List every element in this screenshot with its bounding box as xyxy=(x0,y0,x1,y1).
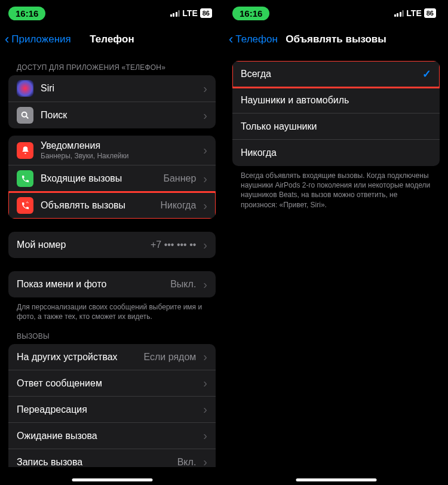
row-value: Вкл. xyxy=(177,457,197,467)
status-bar: 16:16 LTE 86 xyxy=(224,0,448,26)
chevron-right-icon: › xyxy=(203,143,207,157)
nav-header: ‹ Телефон Объявлять вызовы xyxy=(224,26,448,53)
home-indicator[interactable] xyxy=(296,478,376,481)
row-call-waiting[interactable]: Ожидание вызова › xyxy=(8,423,216,449)
row-call-recording[interactable]: Запись вызова Вкл. › xyxy=(8,449,216,467)
chevron-left-icon: ‹ xyxy=(5,32,9,47)
row-label: Siri xyxy=(41,83,196,94)
phone-incoming-icon xyxy=(17,170,33,187)
row-value: Никогда xyxy=(160,200,196,211)
chevron-right-icon: › xyxy=(203,376,207,390)
row-notifications[interactable]: Уведомления Баннеры, Звуки, Наклейки › xyxy=(8,136,216,165)
row-name-photo[interactable]: Показ имени и фото Выкл. › xyxy=(8,271,216,297)
svg-point-0 xyxy=(22,112,27,117)
chevron-right-icon: › xyxy=(203,350,207,364)
back-label: Приложения xyxy=(11,33,70,45)
section-header-calls: ВЫЗОВЫ xyxy=(8,321,216,344)
phone-right: 16:16 LTE 86 ‹ Телефон Объявлять вызовы … xyxy=(224,0,448,485)
network-label: LTE xyxy=(182,8,197,18)
back-button[interactable]: ‹ Телефон xyxy=(229,32,278,47)
row-label: На других устройствах xyxy=(17,352,137,363)
home-indicator[interactable] xyxy=(72,478,152,481)
row-label: Уведомления xyxy=(41,140,196,151)
row-value: +7 ••• ••• •• xyxy=(151,240,196,250)
search-icon xyxy=(17,107,33,124)
row-respond-text[interactable]: Ответ сообщением › xyxy=(8,370,216,397)
row-label: Ответ сообщением xyxy=(17,378,196,389)
chevron-left-icon: ‹ xyxy=(229,32,233,47)
row-my-number[interactable]: Мой номер +7 ••• ••• •• › xyxy=(8,232,216,258)
group-calls: На других устройствах Если рядом › Ответ… xyxy=(8,344,216,467)
siri-icon xyxy=(17,80,33,97)
status-right: LTE 86 xyxy=(394,8,436,18)
group-access: Siri › Поиск › xyxy=(8,75,216,128)
section-header-access: ДОСТУП ДЛЯ ПРИЛОЖЕНИЯ «ТЕЛЕФОН» xyxy=(8,53,216,75)
chevron-right-icon: › xyxy=(203,403,207,416)
signal-icon xyxy=(394,10,404,17)
row-label: Объявлять вызовы xyxy=(41,200,153,211)
row-value: Если рядом xyxy=(144,352,197,363)
back-label: Телефон xyxy=(235,33,278,45)
group-name-photo: Показ имени и фото Выкл. › xyxy=(8,271,216,297)
note-name-photo: Для персонализации своих сообщений выбер… xyxy=(8,297,216,321)
chevron-right-icon: › xyxy=(203,238,207,252)
row-label: Поиск xyxy=(41,110,196,121)
content-left: ДОСТУП ДЛЯ ПРИЛОЖЕНИЯ «ТЕЛЕФОН» Siri › П… xyxy=(0,53,224,467)
back-button[interactable]: ‹ Приложения xyxy=(5,32,71,47)
row-sublabel: Баннеры, Звуки, Наклейки xyxy=(41,152,196,160)
chevron-right-icon: › xyxy=(203,455,207,467)
row-incoming-calls[interactable]: Входящие вызовы Баннер › xyxy=(8,165,216,192)
row-label: Никогда xyxy=(241,148,431,158)
svg-line-1 xyxy=(26,116,28,118)
option-always[interactable]: Всегда ✓ xyxy=(232,61,440,87)
chevron-right-icon: › xyxy=(203,199,207,213)
row-siri[interactable]: Siri › xyxy=(8,75,216,102)
row-other-devices[interactable]: На других устройствах Если рядом › xyxy=(8,344,216,370)
option-headphones-car[interactable]: Наушники и автомобиль xyxy=(232,87,440,113)
chevron-right-icon: › xyxy=(203,109,207,122)
row-label: Всегда xyxy=(241,69,415,79)
option-headphones-only[interactable]: Только наушники xyxy=(232,113,440,140)
status-right: LTE 86 xyxy=(170,8,212,18)
bell-icon xyxy=(17,142,33,159)
network-label: LTE xyxy=(406,8,421,18)
page-title: Объявлять вызовы xyxy=(286,33,386,45)
row-label: Переадресация xyxy=(17,404,196,415)
content-right: Всегда ✓ Наушники и автомобиль Только на… xyxy=(224,53,448,467)
page-title: Телефон xyxy=(90,33,134,45)
row-label: Ожидание вызова xyxy=(17,431,196,441)
status-time: 16:16 xyxy=(232,7,269,20)
status-bar: 16:16 LTE 86 xyxy=(0,0,224,26)
chevron-right-icon: › xyxy=(203,82,207,96)
row-label: Показ имени и фото xyxy=(17,279,163,290)
chevron-right-icon: › xyxy=(203,172,207,186)
row-forwarding[interactable]: Переадресация › xyxy=(8,397,216,423)
battery-icon: 86 xyxy=(200,8,212,18)
option-never[interactable]: Никогда xyxy=(232,140,440,166)
row-label: Только наушники xyxy=(241,121,431,132)
row-label: Наушники и автомобиль xyxy=(241,95,431,106)
chevron-right-icon: › xyxy=(203,278,207,291)
note-announce: Всегда объявлять входящие вызовы. Когда … xyxy=(232,166,440,210)
checkmark-icon: ✓ xyxy=(422,67,431,81)
row-announce-calls[interactable]: Объявлять вызовы Никогда › xyxy=(8,192,216,219)
row-label: Мой номер xyxy=(17,240,143,250)
battery-icon: 86 xyxy=(424,8,436,18)
phone-left: 16:16 LTE 86 ‹ Приложения Телефон ДОСТУП… xyxy=(0,0,224,485)
group-notifications: Уведомления Баннеры, Звуки, Наклейки › В… xyxy=(8,136,216,219)
group-announce-options: Всегда ✓ Наушники и автомобиль Только на… xyxy=(232,61,440,166)
row-label: Входящие вызовы xyxy=(41,173,156,184)
row-search[interactable]: Поиск › xyxy=(8,102,216,128)
group-my-number: Мой номер +7 ••• ••• •• › xyxy=(8,232,216,258)
nav-header: ‹ Приложения Телефон xyxy=(0,26,224,53)
signal-icon xyxy=(170,10,180,17)
chevron-right-icon: › xyxy=(203,429,207,443)
row-value: Баннер xyxy=(163,173,196,184)
status-time: 16:16 xyxy=(8,7,45,20)
phone-announce-icon xyxy=(17,197,33,214)
row-value: Выкл. xyxy=(170,279,196,290)
row-label: Запись вызова xyxy=(17,457,170,467)
